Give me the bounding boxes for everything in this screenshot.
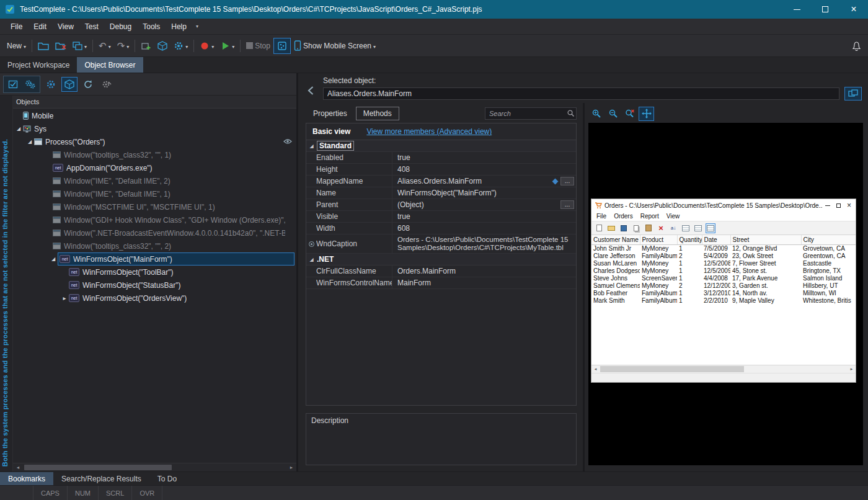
orders-column-header[interactable]: City — [801, 235, 856, 244]
orders-menu-item[interactable]: Report — [637, 213, 663, 220]
orders-menu-item[interactable]: File — [593, 213, 610, 220]
tree-item-mainform[interactable]: WinFormsObject("MainForm") — [13, 252, 296, 266]
tab-methods[interactable]: Methods — [356, 107, 399, 120]
tab-properties[interactable]: Properties — [306, 107, 355, 120]
view-details-icon[interactable] — [693, 223, 703, 233]
tree-item-window-gdi[interactable]: Window("GDI+ Hook Window Class", "GDI+ W… — [13, 213, 296, 226]
property-row-mappedname[interactable]: MappedName Aliases.Orders.MainForm ... — [306, 176, 576, 187]
tree-item-window-broadcast[interactable]: Window(".NET-BroadcastEventWindow.4.0.0.… — [13, 226, 296, 239]
menu-item[interactable]: File — [5, 19, 28, 34]
zoom-in-button[interactable] — [588, 107, 604, 121]
new-button[interactable]: New — [4, 38, 29, 54]
menu-item[interactable]: Help — [166, 19, 192, 34]
refresh-button[interactable] — [80, 77, 96, 92]
orders-table-row[interactable]: Clare Jefferson FamilyAlbum 2 5/4/2009 2… — [591, 252, 856, 259]
checked-view-button[interactable] — [5, 77, 21, 92]
object-spy-button[interactable] — [61, 77, 78, 92]
notifications-button[interactable] — [849, 38, 864, 54]
property-row-parent[interactable]: Parent (Object) ... — [306, 199, 576, 211]
orders-table-row[interactable]: Steve Johns ScreenSaver 1 4/4/2008 17, P… — [591, 274, 856, 282]
eye-icon[interactable] — [283, 138, 292, 145]
search-input[interactable] — [485, 107, 577, 120]
selected-object-input[interactable] — [323, 87, 839, 100]
view-list-icon[interactable] — [681, 223, 691, 233]
orders-column-header[interactable]: Product — [640, 235, 677, 244]
record-button[interactable] — [197, 38, 217, 54]
scrollbar-thumb[interactable] — [600, 366, 744, 372]
tree-item-window-ime-1[interactable]: Window("IME", "Default IME", 1) — [13, 187, 296, 200]
close-icon[interactable] — [847, 202, 851, 209]
expand-icon[interactable] — [49, 256, 58, 262]
orders-table-row[interactable]: Charles Dodgeson MyMoney 1 12/5/2009 45,… — [591, 267, 856, 274]
group-expand-icon[interactable] — [308, 257, 315, 262]
tree-item-window-msctfime[interactable]: Window("MSCTFIME UI", "MSCTFIME UI", 1) — [13, 200, 296, 213]
settings-button[interactable] — [43, 77, 59, 92]
scroll-left-icon[interactable] — [13, 465, 23, 470]
property-row-visible[interactable]: Visible true — [306, 211, 576, 223]
advanced-view-link[interactable]: View more members (Advanced view) — [366, 127, 492, 136]
undo-button[interactable]: ↶ — [95, 38, 114, 54]
orders-horizontal-scrollbar[interactable] — [591, 365, 856, 373]
select-panels-button[interactable] — [69, 38, 90, 54]
fit-to-window-button[interactable] — [639, 107, 654, 121]
expand-icon[interactable] — [14, 126, 23, 132]
tree-item-toolbar[interactable]: WinFormsObject("ToolBar") — [13, 266, 296, 279]
group-expand-icon[interactable] — [308, 143, 315, 149]
property-row-height[interactable]: Height 408 — [306, 164, 576, 176]
close-project-button[interactable] — [52, 38, 69, 54]
maximize-button[interactable] — [811, 0, 839, 19]
orders-menu-item[interactable]: Orders — [610, 213, 637, 220]
mobile-screen-toggle[interactable] — [273, 38, 291, 54]
property-row-width[interactable]: Width 608 — [306, 223, 576, 234]
tree-item-window-tooltips-2[interactable]: Window("tooltips_class32", "", 2) — [13, 239, 296, 252]
close-button[interactable] — [839, 0, 868, 19]
property-row-winformscontrolname[interactable]: WinFormsControlName MainForm — [306, 277, 576, 289]
maximize-icon[interactable] — [836, 203, 841, 208]
orders-table-row[interactable]: Samuel Clemens MyMoney 2 12/12/2009 3, G… — [591, 282, 856, 289]
orders-column-header[interactable]: Quantity — [677, 235, 702, 244]
redo-button[interactable]: ↷ — [114, 38, 133, 54]
orders-table-row[interactable]: Susan McLaren MyMoney 1 12/5/2008 7, Flo… — [591, 259, 856, 267]
menu-item[interactable]: Tools — [137, 19, 166, 34]
tree-item-sys[interactable]: Sys — [13, 122, 296, 135]
mappedname-ellipsis-button[interactable]: ... — [560, 177, 574, 185]
explore-objects-button[interactable] — [154, 38, 170, 54]
project-options-button[interactable] — [170, 38, 191, 54]
add-new-item-button[interactable] — [138, 38, 154, 54]
property-row-clrfullclassname[interactable]: ClrFullClassName Orders.MainForm — [306, 266, 576, 277]
tree-item-window-tooltips-1[interactable]: Window("tooltips_class32", "", 1) — [13, 148, 296, 161]
delete-icon[interactable] — [656, 223, 666, 233]
tree-item-statusbar[interactable]: WinFormsObject("StatusBar") — [13, 279, 296, 292]
process-filter-button[interactable] — [22, 77, 38, 92]
property-row-wndcaption[interactable]: WndCaption Orders - C:\Users\Public\Docu… — [306, 234, 576, 254]
paste-icon[interactable] — [644, 223, 653, 233]
orders-column-header[interactable]: Date — [702, 235, 730, 244]
open-icon[interactable] — [606, 223, 616, 233]
advanced-settings-button[interactable] — [99, 77, 115, 92]
sort-icon[interactable] — [668, 223, 678, 233]
orders-table-row[interactable]: John Smith Jr MyMoney 1 7/5/2009 12, Ora… — [591, 244, 856, 252]
collapse-icon[interactable] — [60, 295, 69, 301]
tree-horizontal-scrollbar[interactable] — [13, 463, 296, 471]
parent-ellipsis-button[interactable]: ... — [560, 200, 574, 209]
orders-table-row[interactable]: Bob Feather FamilyAlbum 1 3/12/2010 14, … — [591, 289, 856, 297]
view-grid-icon[interactable] — [706, 223, 715, 233]
orders-app-window[interactable]: Orders - C:\Users\Public\Documents\TestC… — [591, 199, 856, 383]
tree-item-window-ime-2[interactable]: Window("IME", "Default IME", 2) — [13, 174, 296, 187]
property-row-enabled[interactable]: Enabled true — [306, 152, 576, 164]
orders-column-header[interactable]: Street — [730, 235, 801, 244]
scroll-right-icon[interactable] — [286, 465, 296, 470]
orders-menu-item[interactable]: View — [663, 213, 684, 220]
tab-to-do[interactable]: To Do — [149, 472, 185, 485]
property-row-name[interactable]: Name WinFormsObject("MainForm") — [306, 187, 576, 199]
group-standard[interactable]: Standard — [306, 140, 576, 152]
new-order-icon[interactable] — [594, 223, 604, 233]
minimize-button[interactable] — [782, 0, 811, 19]
expand-icon[interactable] — [25, 139, 34, 145]
tab-project-workspace[interactable]: Project Workspace — [0, 57, 77, 73]
tree-item-ordersview[interactable]: WinFormsObject("OrdersView") — [13, 292, 296, 305]
tree-item-appdomain[interactable]: AppDomain("Orders.exe") — [13, 161, 296, 174]
run-button[interactable] — [217, 38, 237, 54]
tab-object-browser[interactable]: Object Browser — [77, 57, 143, 73]
show-mobile-screen-button[interactable]: Show Mobile Screen — [291, 38, 379, 54]
